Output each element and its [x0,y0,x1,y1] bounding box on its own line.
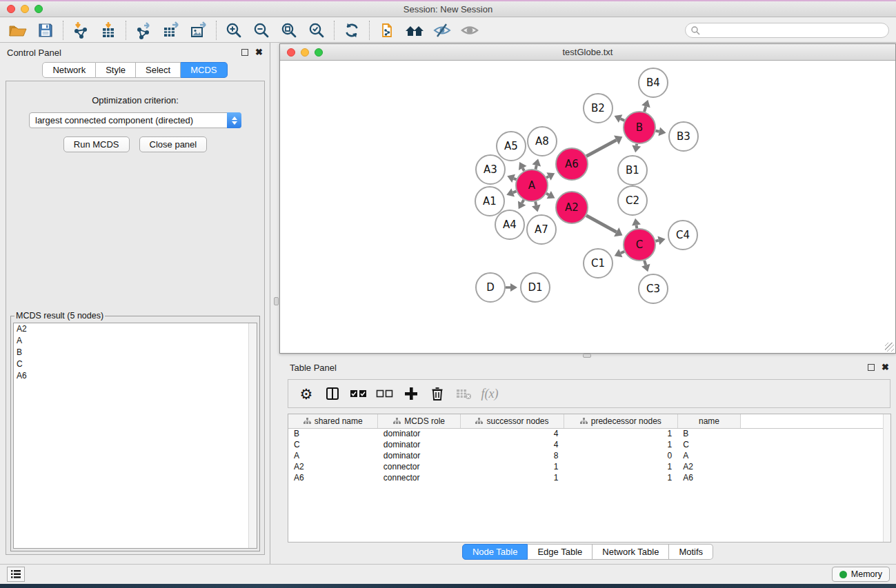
column-header-shared-name[interactable]: shared name [288,414,378,428]
zoom-in-icon[interactable] [220,19,248,41]
cell-predecessor_nodes[interactable]: 0 [564,450,677,461]
graph-edge-C-C3[interactable] [644,261,646,265]
scrollbar-track[interactable] [248,323,257,548]
mcds-result-list[interactable]: A2ABCA6 [13,323,257,549]
tab-edge-table[interactable]: Edge Table [528,544,593,560]
close-table-panel-icon[interactable]: ✖ [882,364,889,371]
graph-edge-A-A8[interactable] [535,165,536,170]
table-row[interactable]: A6connector11A6 [288,472,890,483]
cell-predecessor_nodes[interactable]: 1 [564,428,677,439]
cell-shared_name[interactable]: B [288,428,378,439]
network-graph[interactable]: AA1A2A3A4A5A6A7A8BB1B2B3B4CC1C2C3C4DD1 [280,61,895,353]
memory-button[interactable]: Memory [832,567,890,582]
cell-successor_nodes[interactable]: 1 [461,472,564,483]
cell-name[interactable]: A2 [677,461,741,472]
cell-mcds_role[interactable]: dominator [378,439,461,450]
graph-edge-C-C1[interactable] [621,252,624,253]
graph-edge-A2-C[interactable] [586,216,617,232]
resize-grip-icon[interactable] [885,343,894,352]
float-table-panel-icon[interactable] [868,364,875,371]
network-canvas[interactable]: AA1A2A3A4A5A6A7A8BB1B2B3B4CC1C2C3C4DD1 [280,61,895,353]
graph-edge-A-A1[interactable] [513,191,517,192]
cell-mcds_role[interactable]: connector [378,461,461,472]
tab-network-table[interactable]: Network Table [593,544,669,560]
save-session-icon[interactable] [32,19,59,41]
column-header-MCDS-role[interactable]: MCDS role [378,414,461,428]
table-row[interactable]: Cdominator41C [288,439,890,450]
split-divider-grip[interactable] [274,297,279,305]
export-network-icon[interactable] [130,19,157,41]
zoom-selected-icon[interactable] [303,19,330,41]
refresh-icon[interactable] [338,19,366,41]
deselect-all-columns-icon[interactable] [374,383,396,405]
open-file-icon[interactable] [4,19,32,41]
cell-shared_name[interactable]: A2 [288,461,378,472]
graph-edge-B-B4[interactable] [644,106,646,112]
run-mcds-button[interactable]: Run MCDS [63,136,130,152]
cell-shared_name[interactable]: A6 [288,472,378,483]
close-panel-icon[interactable]: ✖ [255,49,263,56]
select-all-columns-icon[interactable] [348,383,370,405]
column-header-predecessor-nodes[interactable]: predecessor nodes [564,414,677,428]
cell-shared_name[interactable]: A [288,450,378,461]
graph-edge-A-A4[interactable] [522,200,524,203]
table-row[interactable]: A2connector11A2 [288,461,890,472]
graph-edge-B-B3[interactable] [656,131,659,132]
cell-shared_name[interactable]: C [288,439,378,450]
scrollbar-track[interactable] [883,414,890,542]
cell-name[interactable]: B [677,428,741,439]
cell-predecessor_nodes[interactable]: 1 [564,461,677,472]
graph-edge-C-C2[interactable] [637,225,637,229]
cell-mcds_role[interactable]: connector [378,472,461,483]
cell-successor_nodes[interactable]: 8 [461,450,564,461]
import-table-icon[interactable] [94,19,122,41]
close-panel-button[interactable]: Close panel [139,136,208,152]
column-header-successor-nodes[interactable]: successor nodes [461,414,564,428]
zoom-out-icon[interactable] [248,19,275,41]
criterion-select[interactable]: largest connected component (directed) [29,112,241,128]
tab-motifs[interactable]: Motifs [669,544,713,560]
table-row[interactable]: Adominator80A [288,450,890,461]
cell-name[interactable]: A6 [677,472,741,483]
mcds-result-item[interactable]: A2 [14,323,257,335]
cell-name[interactable]: A [677,450,741,461]
delete-column-icon[interactable] [426,383,448,405]
table-row[interactable]: Bdominator41B [288,428,890,439]
show-hide-panels-icon[interactable] [401,19,428,41]
show-columns-icon[interactable] [321,383,344,405]
column-header-name[interactable]: name [677,414,741,428]
graph-edge-A-A2[interactable] [546,194,549,195]
mcds-result-item[interactable]: A [14,335,257,347]
mcds-result-item[interactable]: A6 [14,370,257,382]
graph-edge-A-A7[interactable] [535,201,536,205]
graph-edge-A6-B[interactable] [586,140,616,156]
cell-successor_nodes[interactable]: 4 [461,439,564,450]
network-window-titlebar[interactable]: testGlobe.txt [280,44,895,61]
tab-node-table[interactable]: Node Table [462,544,528,560]
search-input[interactable] [685,23,889,38]
export-table-icon[interactable] [157,19,185,41]
graph-edge-B-B2[interactable] [621,119,625,121]
tab-style[interactable]: Style [96,62,136,78]
cell-name[interactable]: C [677,439,741,450]
graph-edge-A-A3[interactable] [514,179,517,180]
tab-select[interactable]: Select [136,62,181,78]
cell-successor_nodes[interactable]: 4 [461,428,564,439]
zoom-fit-icon[interactable] [275,19,303,41]
mcds-result-item[interactable]: B [14,347,257,358]
cell-predecessor_nodes[interactable]: 1 [564,439,677,450]
cell-mcds_role[interactable]: dominator [378,428,461,439]
mcds-result-item[interactable]: C [14,358,257,370]
graph-edge-A-A5[interactable] [523,168,524,171]
import-network-icon[interactable] [67,19,94,41]
export-image-icon[interactable] [185,19,212,41]
table-options-icon[interactable]: ⚙ [295,383,317,405]
show-task-history-button[interactable] [7,567,25,582]
tab-network[interactable]: Network [42,62,96,78]
create-column-icon[interactable] [400,383,422,405]
cell-successor_nodes[interactable]: 1 [461,461,564,472]
float-panel-icon[interactable] [241,49,248,56]
cell-predecessor_nodes[interactable]: 1 [564,472,677,483]
show-graphics-details-icon[interactable] [456,19,484,41]
cell-mcds_role[interactable]: dominator [378,450,461,461]
